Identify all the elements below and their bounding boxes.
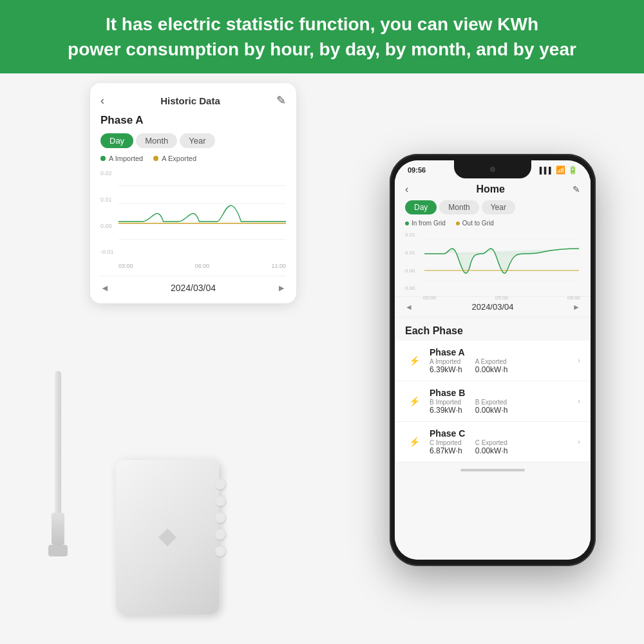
phone-wrapper: 09:56 ▌▌▌ 📶 🔋 ‹ Home ✎ [390, 154, 596, 566]
header-text: It has electric statistic function, you … [19, 12, 625, 62]
each-phase-title: Each Phase [395, 320, 591, 341]
phase-b-values: B Imported 6.39kW·h B Exported 0.00kW·h [430, 399, 578, 415]
phone-app: ‹ Home ✎ Day Month Year [395, 180, 591, 560]
x-label-2: 06:00 [195, 263, 210, 269]
device-btn-4[interactable] [215, 529, 225, 540]
tab-day[interactable]: Day [100, 133, 133, 148]
phase-b-name: Phase B [430, 388, 578, 398]
phase-a-imported-group: A Imported 6.39kW·h [430, 358, 462, 374]
legend-exported: A Exported [153, 155, 196, 162]
phase-a-label: Phase A [100, 114, 286, 127]
app-y1: 0.01 [405, 232, 421, 238]
legend-out-label: Out to Grid [462, 220, 494, 227]
date-prev[interactable]: ◄ [100, 283, 109, 293]
phase-row-c[interactable]: ⚡ Phase C C Imported 6.87kW·h C Exp [395, 422, 591, 462]
phase-b-imported-group: B Imported 6.39kW·h [430, 399, 462, 415]
legend-dot-out [456, 222, 460, 225]
edit-button[interactable]: ✎ [276, 93, 286, 108]
left-side: ‹ Historic Data ✎ Phase A Day Month Year… [0, 73, 354, 644]
tab-month[interactable]: Month [136, 133, 177, 148]
app-legend-out-to-grid: Out to Grid [456, 220, 494, 227]
phase-a-imported-label: A Imported [430, 358, 462, 365]
phase-c-chevron: › [578, 437, 580, 446]
phase-c-name: Phase C [430, 428, 578, 439]
historic-card: ‹ Historic Data ✎ Phase A Day Month Year… [90, 83, 296, 303]
app-chart-svg [423, 229, 580, 287]
legend-imported-label: A Imported [109, 155, 143, 162]
wifi-icon: 📶 [556, 166, 565, 175]
right-side: 09:56 ▌▌▌ 📶 🔋 ‹ Home ✎ [354, 73, 644, 644]
app-tab-month[interactable]: Month [439, 200, 478, 214]
device-buttons [215, 479, 225, 556]
phase-a-values: A Imported 6.39kW·h A Exported 0.00kW·h [430, 358, 578, 374]
phase-a-exported-group: A Exported 0.00kW·h [475, 358, 508, 374]
home-indicator-area [395, 462, 591, 478]
device-btn-1[interactable] [215, 479, 225, 489]
app-legend-in-from-grid: In from Grid [405, 220, 446, 227]
app-edit-button[interactable]: ✎ [573, 184, 580, 194]
legend-dot-in [405, 222, 409, 225]
phone-notch [454, 160, 531, 178]
phase-c-exported-group: C Exported 0.00kW·h [475, 439, 508, 455]
app-chart: 0.01 0.01 0.00 0.00 [395, 229, 591, 294]
app-y-labels: 0.01 0.01 0.00 0.00 [405, 229, 423, 294]
app-y3: 0.00 [405, 268, 421, 274]
legend-imported: A Imported [100, 155, 143, 162]
phase-c-info: Phase C C Imported 6.87kW·h C Exported 0… [430, 428, 578, 455]
phase-b-exported-label: B Exported [475, 399, 508, 406]
phase-a-exported-label: A Exported [475, 358, 508, 365]
device-btn-3[interactable] [215, 513, 225, 523]
app-tab-year[interactable]: Year [482, 200, 515, 214]
phase-b-exported-value: 0.00kW·h [475, 406, 508, 415]
app-legend: In from Grid Out to Grid [395, 220, 591, 229]
app-y4: 0.00 [405, 285, 421, 291]
phone-frame: 09:56 ▌▌▌ 📶 🔋 ‹ Home ✎ [390, 154, 596, 566]
phase-c-exported-value: 0.00kW·h [475, 446, 508, 455]
app-tab-day[interactable]: Day [405, 200, 437, 214]
tab-year[interactable]: Year [180, 133, 214, 148]
antenna [48, 371, 68, 556]
legend-row: A Imported A Exported [100, 155, 286, 162]
phase-b-icon: ⚡ [405, 392, 423, 410]
phone-screen: 09:56 ▌▌▌ 📶 🔋 ‹ Home ✎ [395, 160, 591, 560]
back-button[interactable]: ‹ [100, 94, 104, 108]
home-indicator [460, 469, 525, 471]
phase-a-exported-value: 0.00kW·h [475, 365, 508, 374]
phase-a-icon: ⚡ [405, 352, 423, 370]
app-date-next[interactable]: ► [573, 303, 580, 312]
x-label-1: 03:00 [118, 263, 133, 269]
legend-dot-gold [153, 156, 158, 161]
phase-a-name: Phase A [430, 347, 578, 357]
date-nav: ◄ 2024/03/04 ► [100, 276, 286, 293]
device-btn-2[interactable] [215, 496, 225, 506]
legend-dot-green [100, 156, 106, 161]
status-icons: ▌▌▌ 📶 🔋 [540, 166, 578, 175]
app-back-button[interactable]: ‹ [405, 184, 408, 195]
phase-row-b[interactable]: ⚡ Phase B B Imported 6.39kW·h B Exp [395, 381, 591, 422]
phase-row-a[interactable]: ⚡ Phase A A Imported 6.39kW·h A Exp [395, 341, 591, 381]
phase-c-exported-label: C Exported [475, 439, 508, 446]
device-logo [158, 528, 176, 546]
app-x1: 00:00 [423, 295, 436, 301]
device-btn-5[interactable] [215, 546, 225, 556]
y-label-3: 0.00 [100, 223, 114, 229]
phase-c-imported-group: C Imported 6.87kW·h [430, 439, 462, 455]
y-label-1: 0.02 [100, 170, 114, 176]
phase-b-imported-label: B Imported [430, 399, 462, 406]
date-next[interactable]: ► [277, 283, 286, 293]
app-x2: 05:00 [495, 295, 508, 301]
app-y2: 0.01 [405, 250, 421, 256]
chart-container: 0.01 0.01 0.00 0.00 [405, 229, 580, 294]
app-date-prev[interactable]: ◄ [405, 303, 413, 312]
device-area [13, 312, 258, 634]
app-date-display: 2024/03/04 [471, 302, 513, 312]
app-tab-row: Day Month Year [395, 200, 591, 220]
main-content: ‹ Historic Data ✎ Phase A Day Month Year… [0, 73, 644, 644]
card-title: Historic Data [160, 95, 220, 106]
phase-b-chevron: › [578, 397, 580, 406]
tab-row: Day Month Year [100, 133, 286, 148]
phase-a-imported-value: 6.39kW·h [430, 365, 462, 374]
legend-in-label: In from Grid [412, 220, 446, 227]
chart-svg [118, 167, 286, 258]
x-label-3: 11:00 [271, 263, 286, 269]
